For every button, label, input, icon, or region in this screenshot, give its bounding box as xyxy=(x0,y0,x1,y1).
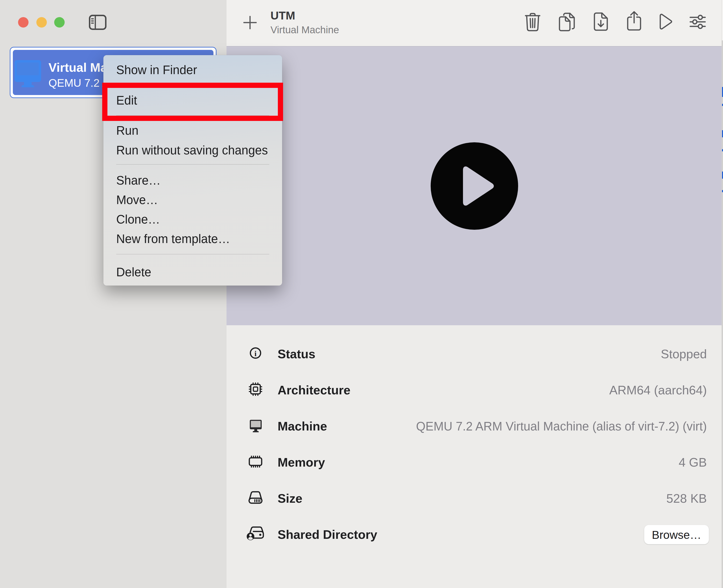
svg-text:i: i xyxy=(254,349,257,358)
